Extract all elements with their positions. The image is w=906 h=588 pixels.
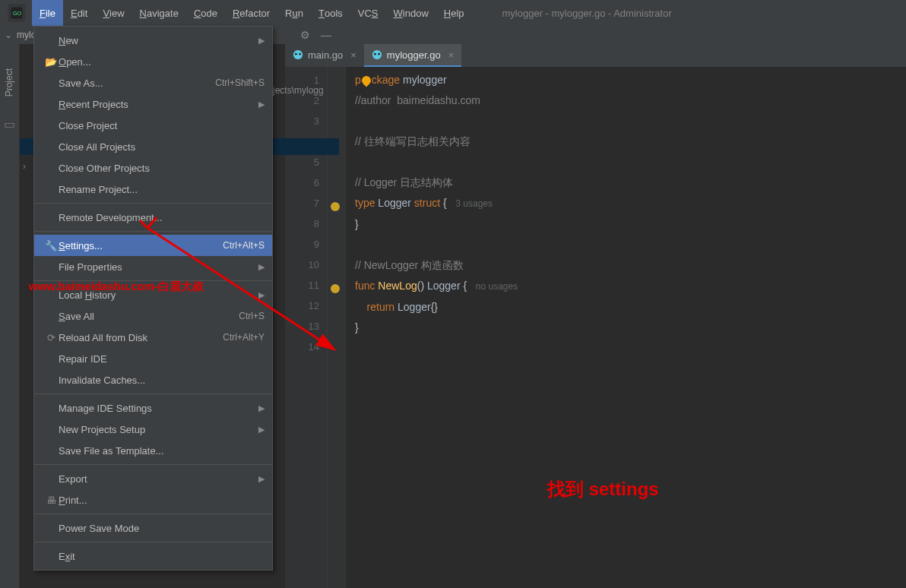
- menu-item-label: Recent Projects: [59, 99, 128, 110]
- menu-item-file-properties[interactable]: File Properties▶: [34, 256, 272, 277]
- line-number: 3: [285, 111, 319, 131]
- menu-item-invalidate-caches[interactable]: Invalidate Caches...: [34, 369, 272, 390]
- tree-expand-icon[interactable]: ›: [23, 161, 26, 172]
- shortcut-label: Ctrl+Alt+S: [223, 240, 265, 251]
- wrench-icon: 🔧: [43, 240, 59, 251]
- code-line[interactable]: pckage mylogger: [355, 70, 906, 90]
- menu-navigate[interactable]: Navigate: [132, 0, 186, 26]
- submenu-arrow-icon: ▶: [258, 100, 265, 109]
- submenu-arrow-icon: ▶: [258, 403, 265, 413]
- fold-marker-icon[interactable]: [332, 286, 338, 292]
- line-number: 14: [285, 337, 319, 357]
- menu-item-label: Close All Projects: [59, 141, 135, 153]
- gear-icon[interactable]: ⚙: [300, 29, 310, 41]
- submenu-arrow-icon: ▶: [258, 425, 265, 435]
- menu-edit[interactable]: Edit: [63, 0, 95, 26]
- menu-item-remote-development[interactable]: Remote Development...: [34, 207, 272, 228]
- menu-item-label: Export: [59, 473, 87, 485]
- watermark-text: www.baimeidashu.com-白眉大叔: [29, 280, 204, 294]
- menu-tools[interactable]: Tools: [311, 0, 350, 26]
- code-line[interactable]: [355, 235, 906, 255]
- menu-item-save-as[interactable]: Save As...Ctrl+Shift+S: [34, 72, 272, 93]
- reload-icon: ⟳: [43, 332, 59, 343]
- menu-item-label: Print...: [59, 495, 87, 506]
- line-number: 6: [285, 172, 319, 193]
- menu-run[interactable]: Run: [277, 0, 311, 26]
- menu-item-save-all[interactable]: Save AllCtrl+S: [34, 305, 272, 327]
- minus-icon[interactable]: —: [321, 29, 331, 41]
- menu-item-reload-all-from-disk[interactable]: ⟳Reload All from DiskCtrl+Alt+Y: [34, 327, 272, 348]
- chevron-down-icon[interactable]: ⌄: [5, 30, 12, 40]
- menu-item-label: New Projects Setup: [59, 424, 145, 435]
- menu-window[interactable]: Window: [386, 0, 436, 26]
- tab-mylogger-go[interactable]: mylogger.go×: [364, 44, 461, 67]
- menu-item-label: Manage IDE Settings: [59, 403, 152, 414]
- menu-item-label: Remote Development...: [59, 212, 163, 223]
- code-line[interactable]: [355, 111, 906, 131]
- menu-item-label: Settings...: [59, 240, 103, 251]
- menu-item-print[interactable]: 🖶Print...: [34, 489, 272, 511]
- menu-item-settings[interactable]: 🔧Settings...Ctrl+Alt+S: [34, 235, 272, 256]
- line-number: 10: [285, 254, 319, 275]
- submenu-arrow-icon: ▶: [258, 262, 265, 272]
- menu-code[interactable]: Code: [186, 0, 225, 26]
- menu-file[interactable]: File: [32, 0, 63, 26]
- menu-item-label: New: [59, 35, 78, 46]
- code-line[interactable]: [355, 338, 906, 359]
- menu-item-close-project[interactable]: Close Project: [34, 115, 272, 136]
- svg-point-5: [372, 50, 382, 59]
- menu-item-label: Save All: [59, 311, 94, 322]
- menu-vcs[interactable]: VCS: [350, 0, 386, 26]
- menu-help[interactable]: Help: [436, 0, 472, 26]
- code-line[interactable]: }: [355, 214, 906, 235]
- shortcut-label: Ctrl+S: [239, 311, 265, 321]
- close-icon[interactable]: ×: [350, 49, 356, 61]
- tab-label: mylogger.go: [387, 49, 441, 61]
- code-line[interactable]: return Logger{}: [355, 297, 906, 318]
- menu-item-label: File Properties: [59, 261, 122, 273]
- menu-item-export[interactable]: Export▶: [34, 468, 272, 489]
- menu-item-manage-ide-settings[interactable]: Manage IDE Settings▶: [34, 397, 272, 419]
- menu-item-exit[interactable]: Exit: [34, 545, 272, 567]
- menu-item-close-other-projects[interactable]: Close Other Projects: [34, 157, 272, 179]
- folder-icon: 📂: [43, 56, 59, 68]
- code-line[interactable]: }: [355, 318, 906, 338]
- editor: 1234567891011121314 pckage mylogger//aut…: [285, 67, 906, 588]
- menu-item-repair-ide[interactable]: Repair IDE: [34, 348, 272, 369]
- code-line[interactable]: [355, 152, 906, 172]
- menu-item-label: Save File as Template...: [59, 445, 164, 457]
- code-line[interactable]: type Logger struct { 3 usages: [355, 193, 906, 214]
- tab-main-go[interactable]: main.go×: [285, 44, 364, 67]
- file-icon[interactable]: ▭: [4, 117, 15, 131]
- menu-item-label: Close Other Projects: [59, 163, 150, 174]
- project-tool-label[interactable]: Project: [4, 68, 14, 96]
- code-area[interactable]: pckage mylogger//author baimeidashu.com …: [346, 67, 906, 588]
- code-line[interactable]: // NewLogger 构造函数: [355, 255, 906, 276]
- code-line[interactable]: //author baimeidashu.com: [355, 90, 906, 111]
- breadcrumb-fragment: jects\mylogg: [273, 85, 324, 96]
- shortcut-label: Ctrl+Alt+Y: [223, 332, 265, 343]
- menu-item-close-all-projects[interactable]: Close All Projects: [34, 136, 272, 157]
- line-number: 12: [285, 296, 319, 316]
- menu-item-power-save-mode[interactable]: Power Save Mode: [34, 517, 272, 539]
- fold-marker-icon[interactable]: [332, 204, 338, 210]
- menu-item-open[interactable]: 📂Open...: [34, 51, 272, 72]
- menu-item-save-file-as-template[interactable]: Save File as Template...: [34, 440, 272, 461]
- toolbar-icons: ⚙ —: [285, 26, 906, 43]
- menu-item-recent-projects[interactable]: Recent Projects▶: [34, 93, 272, 115]
- svg-point-4: [299, 53, 301, 55]
- menu-refactor[interactable]: Refactor: [225, 0, 277, 26]
- annotation-text: 找到 settings: [547, 477, 659, 501]
- menu-item-label: Repair IDE: [59, 353, 107, 365]
- code-line[interactable]: // 往终端写日志相关内容: [355, 131, 906, 152]
- code-line[interactable]: func NewLog() Logger { no usages: [355, 276, 906, 297]
- menu-item-rename-project[interactable]: Rename Project...: [34, 179, 272, 200]
- menu-item-new[interactable]: New▶: [34, 30, 272, 51]
- menu-view[interactable]: View: [95, 0, 131, 26]
- menu-item-new-projects-setup[interactable]: New Projects Setup▶: [34, 419, 272, 440]
- close-icon[interactable]: ×: [448, 49, 455, 61]
- line-number: 8: [285, 213, 319, 234]
- code-line[interactable]: // Logger 日志结构体: [355, 172, 906, 193]
- svg-point-6: [374, 53, 376, 55]
- menu-item-label: Save As...: [59, 77, 103, 89]
